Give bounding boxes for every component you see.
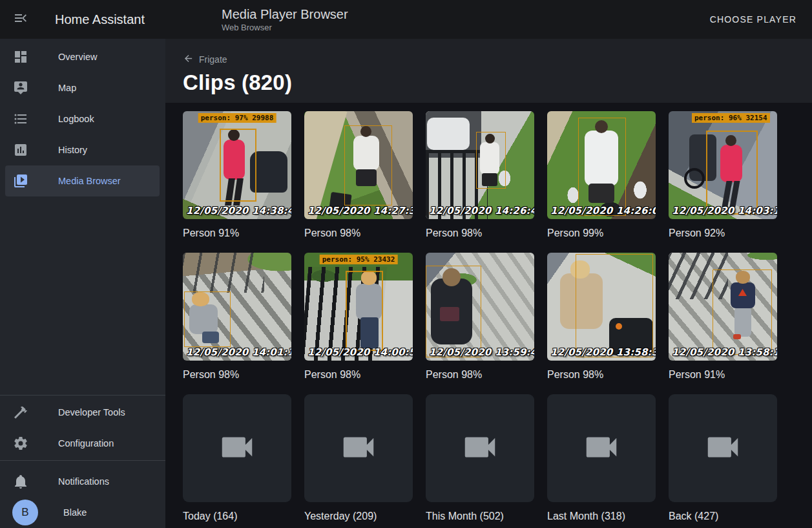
folder-thumbnail[interactable]	[426, 394, 534, 502]
folder-tile[interactable]: Back (427)	[669, 394, 777, 522]
sidebar-item-overview[interactable]: Overview	[5, 41, 160, 72]
detection-bbox	[426, 266, 481, 357]
clip-caption: Person 92%	[669, 227, 777, 239]
sidebar-item-map[interactable]: Map	[5, 72, 160, 103]
media-grid-area: person: 97% 29988 12/05/2020 14:38:47 Pe…	[165, 103, 812, 528]
clip-tile[interactable]: 12/05/2020 14:26:07 Person 99%	[547, 111, 656, 239]
folder-caption: This Month (502)	[426, 510, 534, 522]
timestamp-overlay: 12/05/2020 14:27:35	[307, 205, 413, 216]
clip-tile[interactable]: person: 96% 32154 12/05/2020 14:03:17 Pe…	[669, 111, 777, 239]
clip-grid: person: 97% 29988 12/05/2020 14:38:47 Pe…	[183, 111, 793, 528]
detection-bbox	[576, 254, 653, 357]
timestamp-overlay: 12/05/2020 14:00:52	[307, 346, 413, 358]
clip-thumbnail[interactable]: person: 95% 23432 12/05/2020 14:00:52	[304, 253, 413, 361]
sidebar-bottom: Notifications B Blake	[0, 461, 165, 528]
detection-chip: person: 96% 32154	[692, 113, 770, 123]
scene-art-layer	[183, 253, 264, 293]
clip-caption: Person 98%	[426, 368, 534, 381]
video-camera-icon	[217, 427, 257, 470]
timestamp-overlay: 12/05/2020 14:26:46	[429, 205, 534, 216]
sidebar-footer-nav: Developer Tools Configuration	[0, 396, 165, 460]
clip-thumbnail[interactable]: person: 97% 29988 12/05/2020 14:38:47	[183, 111, 291, 219]
video-camera-icon	[338, 427, 379, 470]
clip-caption: Person 98%	[183, 368, 291, 381]
clip-caption: Person 91%	[183, 227, 291, 239]
clip-thumbnail[interactable]: 12/05/2020 14:26:46	[426, 111, 534, 219]
clip-caption: Person 98%	[547, 368, 656, 381]
folder-thumbnail[interactable]	[669, 394, 777, 502]
timestamp-overlay: 12/05/2020 13:59:49	[429, 346, 534, 358]
detection-chip: person: 95% 23432	[320, 255, 398, 264]
backburger-menu-icon	[13, 10, 28, 28]
sidebar-item-history[interactable]: History	[5, 134, 160, 165]
video-camera-icon	[703, 427, 743, 470]
sidebar: Overview Map Logbook History	[0, 39, 165, 528]
clip-thumbnail[interactable]: 12/05/2020 14:01:14	[183, 253, 291, 361]
folder-tile[interactable]: Yesterday (209)	[304, 394, 413, 522]
clip-tile[interactable]: person: 97% 29988 12/05/2020 14:38:47 Pe…	[183, 111, 291, 239]
sidebar-item-media-browser[interactable]: Media Browser	[5, 165, 160, 196]
clip-thumbnail[interactable]: person: 96% 32154 12/05/2020 14:03:17	[669, 111, 777, 219]
breadcrumb-label: Frigate	[199, 54, 227, 65]
media-browser-header: Media Player Browser Web Browser	[222, 6, 348, 32]
sidebar-item-label: Overview	[58, 52, 97, 62]
clip-thumbnail[interactable]: 12/05/2020 14:26:07	[547, 111, 656, 219]
sidebar-spacer	[0, 196, 165, 395]
detection-bbox	[713, 269, 772, 355]
tooltip-account-icon	[13, 80, 28, 96]
folder-tile[interactable]: Last Month (318)	[547, 394, 656, 522]
sidebar-item-logbook[interactable]: Logbook	[5, 103, 160, 134]
sidebar-nav: Overview Map Logbook History	[0, 39, 165, 196]
gear-icon	[13, 436, 28, 451]
sidebar-item-label: Configuration	[58, 438, 114, 449]
timestamp-overlay: 12/05/2020 14:01:14	[186, 346, 291, 358]
folder-tile[interactable]: Today (164)	[183, 394, 291, 522]
folder-tile[interactable]: This Month (502)	[426, 394, 534, 522]
clip-thumbnail[interactable]: 12/05/2020 13:58:17	[669, 253, 777, 361]
page-title: Clips (820)	[183, 70, 812, 95]
detection-bbox	[476, 132, 506, 189]
folder-caption: Last Month (318)	[547, 510, 656, 522]
chart-box-icon	[13, 142, 28, 158]
detection-bbox	[346, 271, 383, 351]
clip-caption: Person 99%	[547, 227, 656, 239]
content-header: Frigate Clips (820)	[165, 39, 812, 103]
detection-bbox	[184, 291, 231, 347]
sidebar-item-label: Media Browser	[58, 176, 121, 186]
video-camera-icon	[460, 427, 500, 470]
clip-tile[interactable]: 12/05/2020 14:01:14 Person 98%	[183, 253, 291, 381]
sidebar-item-developer-tools[interactable]: Developer Tools	[5, 397, 160, 428]
clip-tile[interactable]: 12/05/2020 13:59:49 Person 98%	[426, 253, 534, 381]
clip-caption: Person 98%	[304, 227, 413, 239]
sidebar-item-label: Notifications	[58, 476, 109, 487]
user-name-label: Blake	[63, 507, 87, 518]
avatar: B	[12, 500, 38, 525]
page-header-subtitle: Web Browser	[222, 23, 348, 32]
timestamp-overlay: 12/05/2020 14:26:07	[550, 205, 656, 216]
sidebar-item-notifications[interactable]: Notifications	[5, 466, 160, 497]
clip-tile[interactable]: 12/05/2020 14:26:46 Person 98%	[426, 111, 534, 239]
folder-thumbnail[interactable]	[304, 394, 413, 502]
clip-tile[interactable]: 12/05/2020 14:27:35 Person 98%	[304, 111, 413, 239]
choose-player-button[interactable]: CHOOSE PLAYER	[705, 9, 802, 30]
timestamp-overlay: 12/05/2020 14:38:47	[186, 205, 291, 216]
sidebar-item-label: Logbook	[58, 114, 94, 124]
clip-tile[interactable]: person: 95% 23432 12/05/2020 14:00:52 Pe…	[304, 253, 413, 381]
clip-thumbnail[interactable]: 12/05/2020 14:27:35	[304, 111, 413, 219]
clip-tile[interactable]: 12/05/2020 13:58:30 Person 98%	[547, 253, 656, 381]
clip-caption: Person 98%	[426, 227, 534, 239]
timestamp-overlay: 12/05/2020 13:58:17	[672, 346, 777, 358]
folder-thumbnail[interactable]	[547, 394, 656, 502]
sidebar-toggle-button[interactable]	[5, 4, 36, 35]
sidebar-item-label: Developer Tools	[58, 407, 125, 417]
breadcrumb[interactable]: Frigate	[183, 53, 227, 66]
sidebar-item-configuration[interactable]: Configuration	[5, 428, 160, 459]
clip-thumbnail[interactable]: 12/05/2020 13:58:30	[547, 253, 656, 361]
timestamp-overlay: 12/05/2020 14:03:17	[672, 205, 777, 216]
folder-thumbnail[interactable]	[183, 394, 291, 502]
folder-caption: Today (164)	[183, 510, 291, 522]
folder-caption: Back (427)	[669, 510, 777, 522]
clip-tile[interactable]: 12/05/2020 13:58:17 Person 91%	[669, 253, 777, 381]
clip-thumbnail[interactable]: 12/05/2020 13:59:49	[426, 253, 534, 361]
sidebar-item-user-profile[interactable]: B Blake	[5, 497, 160, 528]
